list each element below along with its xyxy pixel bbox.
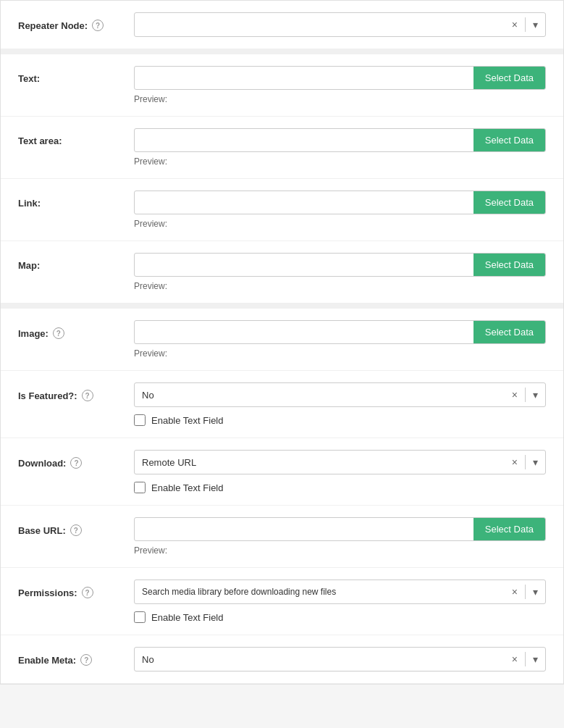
image-field-section: Image: ? Select Data Preview: (1, 309, 563, 371)
base-url-help-icon[interactable]: ? (70, 524, 82, 536)
link-input[interactable] (135, 191, 473, 214)
permissions-chevron-btn[interactable]: ▾ (526, 580, 545, 603)
image-select-data-btn[interactable]: Select Data (473, 321, 545, 343)
download-row: Download: ? Remote URL × ▾ (18, 450, 546, 493)
map-label: Map: (18, 253, 134, 271)
text-label: Text: (18, 66, 134, 84)
link-content: Select Data Preview: (134, 191, 546, 229)
repeater-node-clear-btn[interactable]: × (505, 13, 525, 36)
download-enable-checkbox[interactable] (134, 482, 146, 493)
download-checkbox-row: Enable Text Field (134, 482, 546, 493)
permissions-content: Search media library before downloading … (134, 580, 546, 623)
enable-meta-chevron-btn[interactable]: ▾ (526, 648, 545, 671)
textarea-input[interactable] (135, 129, 473, 151)
repeater-node-field: Repeater Node: ? × ▾ (18, 12, 546, 37)
permissions-enable-checkbox[interactable] (134, 611, 146, 623)
enable-meta-content: No × ▾ (134, 647, 546, 671)
download-clear-btn[interactable]: × (505, 451, 525, 474)
enable-meta-value: No (135, 648, 505, 671)
image-input-row: Select Data (134, 320, 546, 344)
is-featured-checkbox-row: Enable Text Field (134, 414, 546, 426)
is-featured-chevron-btn[interactable]: ▾ (526, 383, 545, 406)
enable-meta-label: Enable Meta: ? (18, 647, 134, 666)
permissions-value: Search media library before downloading … (135, 581, 505, 603)
map-input-row: Select Data (134, 253, 546, 277)
base-url-select-data-btn[interactable]: Select Data (473, 518, 545, 540)
download-dropdown[interactable]: Remote URL × ▾ (134, 450, 546, 474)
image-preview: Preview: (134, 348, 546, 359)
repeater-node-label: Repeater Node: ? (18, 12, 134, 31)
image-field-row: Image: ? Select Data Preview: (18, 320, 546, 359)
is-featured-help-icon[interactable]: ? (82, 390, 93, 401)
base-url-content: Select Data Preview: (134, 517, 546, 556)
text-input[interactable] (135, 67, 473, 89)
repeater-node-content: × ▾ (134, 12, 546, 37)
is-featured-section: Is Featured?: ? No × ▾ (1, 371, 563, 438)
image-content: Select Data Preview: (134, 320, 546, 359)
permissions-clear-btn[interactable]: × (505, 580, 525, 603)
base-url-input[interactable] (135, 518, 473, 540)
enable-meta-section: Enable Meta: ? No × ▾ (1, 635, 563, 684)
permissions-help-icon[interactable]: ? (82, 587, 93, 598)
is-featured-row: Is Featured?: ? No × ▾ (18, 382, 546, 426)
image-input[interactable] (135, 321, 473, 343)
download-enable-label[interactable]: Enable Text Field (151, 482, 224, 493)
repeater-node-help-icon[interactable]: ? (92, 20, 104, 31)
permissions-dropdown[interactable]: Search media library before downloading … (134, 580, 546, 604)
base-url-label: Base URL: ? (18, 517, 134, 536)
link-input-row: Select Data (134, 191, 546, 214)
text-preview: Preview: (134, 94, 546, 104)
link-label: Link: (18, 191, 134, 209)
base-url-row: Base URL: ? Select Data Preview: (18, 517, 546, 556)
text-field-section: Text: Select Data Preview: (1, 54, 563, 117)
is-featured-enable-checkbox[interactable] (134, 414, 146, 426)
map-field-section: Map: Select Data Preview: (1, 241, 563, 309)
map-content: Select Data Preview: (134, 253, 546, 291)
textarea-preview: Preview: (134, 156, 546, 167)
textarea-field-section: Text area: Select Data Preview: (1, 117, 563, 179)
enable-meta-clear-btn[interactable]: × (505, 648, 525, 671)
enable-meta-dropdown[interactable]: No × ▾ (134, 647, 546, 671)
permissions-section: Permissions: ? Search media library befo… (1, 568, 563, 635)
image-help-icon[interactable]: ? (53, 327, 64, 339)
repeater-node-chevron-btn[interactable]: ▾ (526, 13, 545, 36)
is-featured-enable-label[interactable]: Enable Text Field (151, 415, 224, 426)
download-content: Remote URL × ▾ Enable Text Field (134, 450, 546, 493)
is-featured-dropdown[interactable]: No × ▾ (134, 382, 546, 407)
permissions-checkbox-row: Enable Text Field (134, 611, 546, 623)
permissions-enable-label[interactable]: Enable Text Field (151, 612, 224, 623)
is-featured-clear-btn[interactable]: × (505, 383, 525, 406)
image-label: Image: ? (18, 320, 134, 339)
download-chevron-btn[interactable]: ▾ (526, 451, 545, 474)
textarea-input-row: Select Data (134, 128, 546, 152)
is-featured-value: No (135, 384, 505, 406)
map-select-data-btn[interactable]: Select Data (473, 254, 545, 276)
download-section: Download: ? Remote URL × ▾ (1, 438, 563, 506)
base-url-preview: Preview: (134, 545, 546, 556)
map-preview: Preview: (134, 281, 546, 291)
map-input[interactable] (135, 254, 473, 276)
textarea-content: Select Data Preview: (134, 128, 546, 167)
repeater-node-dropdown[interactable]: × ▾ (134, 12, 546, 37)
repeater-node-value (135, 19, 505, 30)
permissions-label: Permissions: ? (18, 580, 134, 598)
enable-meta-row: Enable Meta: ? No × ▾ (18, 647, 546, 671)
base-url-section: Base URL: ? Select Data Preview: (1, 506, 563, 568)
text-select-data-btn[interactable]: Select Data (473, 67, 545, 89)
enable-meta-help-icon[interactable]: ? (80, 654, 92, 666)
textarea-label: Text area: (18, 128, 134, 146)
permissions-row: Permissions: ? Search media library befo… (18, 580, 546, 623)
textarea-select-data-btn[interactable]: Select Data (473, 129, 545, 151)
map-field-row: Map: Select Data Preview: (18, 253, 546, 291)
base-url-input-row: Select Data (134, 517, 546, 541)
text-content: Select Data Preview: (134, 66, 546, 104)
link-field-section: Link: Select Data Preview: (1, 179, 563, 241)
download-help-icon[interactable]: ? (70, 457, 82, 469)
link-select-data-btn[interactable]: Select Data (473, 191, 545, 214)
download-value: Remote URL (135, 451, 505, 474)
is-featured-content: No × ▾ Enable Text Field (134, 382, 546, 426)
link-preview: Preview: (134, 219, 546, 229)
download-label: Download: ? (18, 450, 134, 469)
text-input-row: Select Data (134, 66, 546, 90)
textarea-field-row: Text area: Select Data Preview: (18, 128, 546, 167)
